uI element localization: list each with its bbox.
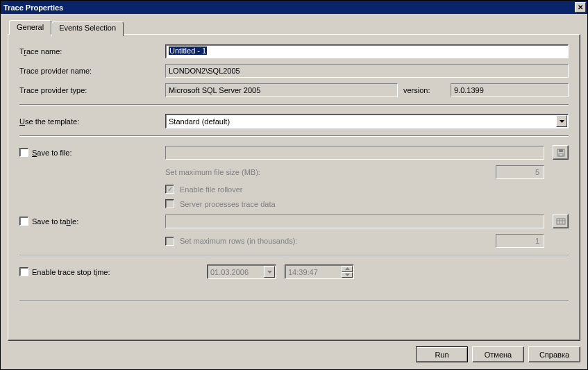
max-file-size-value: 5 — [535, 168, 539, 176]
label-use-template: Use the template: — [19, 117, 165, 126]
separator — [19, 135, 569, 137]
cancel-button-label: Отмена — [485, 351, 512, 359]
version-field: 9.0.1399 — [451, 83, 569, 97]
time-spinner — [342, 266, 353, 278]
max-rows-field: 1 — [496, 234, 544, 248]
save-table-field — [165, 215, 544, 228]
separator — [19, 255, 569, 256]
trace-name-value: Untitled - 1 — [169, 47, 207, 55]
table-icon — [556, 217, 566, 226]
template-value: Standard (default) — [166, 115, 555, 128]
max-rows-value: 1 — [535, 237, 539, 245]
help-button-label: Справка — [539, 351, 569, 359]
save-to-table-checkbox[interactable] — [19, 217, 28, 226]
stop-time-check-row: Enable trace stop time: — [19, 267, 207, 276]
tab-general-label: General — [17, 23, 44, 31]
separator — [19, 104, 569, 106]
browse-table-button[interactable] — [553, 214, 569, 228]
chevron-up-icon — [342, 266, 353, 272]
save-to-table-check-row: Save to table: — [19, 217, 165, 226]
chevron-down-icon — [556, 115, 567, 127]
separator — [19, 300, 569, 301]
tabstrip: General Events Selection — [9, 19, 580, 34]
close-button[interactable]: ✕ — [575, 2, 586, 12]
label-provider-type: Trace provider type: — [19, 86, 165, 94]
svg-marker-0 — [560, 120, 564, 123]
close-icon: ✕ — [578, 4, 583, 11]
stop-time-value: 14:39:47 — [285, 265, 341, 278]
label-provider-name: Trace provider name: — [19, 67, 165, 75]
save-to-file-check-row: Save to file: — [19, 148, 165, 157]
trace-name-input[interactable]: Untitled - 1 — [165, 44, 569, 58]
browse-file-button[interactable] — [553, 145, 569, 160]
label-save-to-file: Save to file: — [32, 149, 72, 157]
label-max-rows: Set maximum rows (in thousands): — [180, 237, 490, 245]
help-button[interactable]: Справка — [528, 346, 580, 362]
max-rows-checkbox — [165, 237, 174, 246]
svg-rect-4 — [557, 219, 565, 224]
chevron-down-icon — [264, 266, 275, 278]
save-icon — [556, 148, 566, 158]
run-button[interactable]: Run — [416, 346, 468, 362]
label-enable-rollover: Enable file rollover — [180, 185, 243, 194]
window: Trace Properties ✕ General Events Select… — [0, 0, 588, 370]
version-value: 9.0.1399 — [454, 86, 484, 94]
svg-marker-9 — [345, 267, 350, 270]
server-processes-checkbox — [165, 199, 174, 208]
chevron-down-icon — [342, 272, 353, 278]
run-button-label: Run — [435, 351, 448, 359]
label-max-file-size: Set maximum file size (MB): — [165, 168, 490, 176]
save-file-path-field — [165, 146, 544, 160]
client-area: General Events Selection Trace name: Unt… — [1, 14, 587, 369]
stop-time-field: 14:39:47 — [285, 264, 354, 279]
titlebar: Trace Properties ✕ — [1, 1, 587, 14]
svg-rect-3 — [559, 153, 563, 156]
panel-general: Trace name: Untitled - 1 Trace provider … — [8, 34, 580, 341]
tab-events-label: Events Selection — [59, 24, 116, 32]
max-file-size-field: 5 — [496, 165, 544, 179]
provider-type-field: Microsoft SQL Server 2005 — [165, 83, 398, 97]
label-version: version: — [403, 86, 445, 94]
enable-rollover-checkbox: ✓ — [165, 185, 174, 194]
tab-events-selection[interactable]: Events Selection — [51, 22, 124, 36]
svg-marker-10 — [345, 274, 350, 276]
label-save-to-table: Save to table: — [32, 217, 78, 226]
save-to-file-checkbox[interactable] — [19, 148, 28, 157]
provider-name-field: LONDON2\SQL2005 — [165, 64, 569, 78]
template-combo[interactable]: Standard (default) — [165, 114, 569, 128]
cancel-button[interactable]: Отмена — [472, 346, 524, 362]
stop-date-value: 01.03.2006 — [208, 265, 263, 278]
enable-stop-time-checkbox[interactable] — [19, 267, 28, 276]
label-enable-stop-time: Enable trace stop time: — [32, 268, 110, 276]
stop-date-field: 01.03.2006 — [207, 264, 276, 279]
window-title: Trace Properties — [3, 3, 575, 12]
provider-type-value: Microsoft SQL Server 2005 — [169, 86, 260, 94]
check-icon: ✓ — [167, 186, 173, 193]
label-trace-name: Trace name: — [19, 47, 165, 56]
svg-rect-2 — [559, 149, 563, 152]
tab-general[interactable]: General — [9, 20, 51, 35]
button-row: Run Отмена Справка — [8, 341, 580, 362]
provider-name-value: LONDON2\SQL2005 — [169, 67, 240, 75]
label-server-processes: Server processes trace data — [180, 200, 276, 208]
svg-marker-8 — [267, 271, 272, 274]
